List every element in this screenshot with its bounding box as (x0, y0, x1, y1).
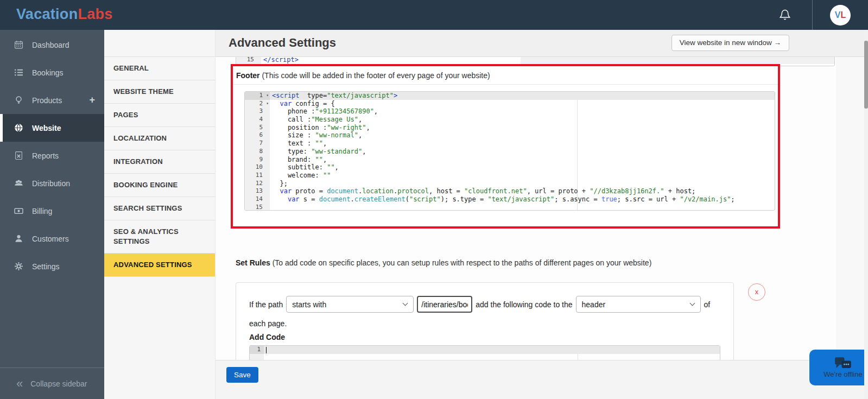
code-line-11: 11 welcome: "" (245, 172, 775, 180)
submenu-item-integration[interactable]: INTEGRATION (104, 150, 215, 174)
sidebar-item-dashboard[interactable]: Dashboard (0, 31, 104, 59)
rule-sentence: If the path starts with add the followin… (249, 296, 720, 313)
sidebar-item-website[interactable]: Website (0, 114, 104, 142)
submenu-item-website-theme[interactable]: WEBSITE THEME (104, 80, 215, 104)
sidebar-item-label: Products (32, 96, 62, 105)
text-cursor (266, 347, 267, 353)
submenu-item-seo-analytics-settings[interactable]: SEO & ANALYTICS SETTINGS (104, 220, 215, 254)
sidebar-item-label: Website (32, 124, 61, 132)
sidebar-item-customers[interactable]: Customers (0, 225, 104, 252)
save-button[interactable]: Save (226, 367, 258, 383)
sidebar-item-products[interactable]: Products+ (0, 86, 104, 114)
rule-text-add-code-to: add the following code to the (476, 300, 572, 309)
code-lines: 15</script> (236, 57, 834, 64)
fold-arrow-icon[interactable]: ▾ (266, 92, 269, 100)
code-text: welcome: "" (270, 172, 331, 180)
footer-code-section: Footer (This code will be added in the f… (231, 64, 780, 229)
code-line (250, 354, 720, 360)
code-text: text : "", (270, 140, 327, 148)
collapse-sidebar-label: Collapse sidebar (30, 379, 87, 388)
chevron-down-icon (403, 302, 408, 306)
sidebar-item-reports[interactable]: Reports (0, 142, 104, 169)
code-line-4: 4 call :"Message Us", (245, 116, 775, 124)
gutter-line-number: 14 (245, 195, 270, 204)
code-text: <script type="text/javascript"> (270, 92, 397, 100)
sidebar-item-distribution[interactable]: Distribution (0, 169, 104, 197)
submenu-item-advanced-settings[interactable]: ADVANCED SETTINGS (104, 254, 215, 277)
footer-section-heading: Footer (This code will be added in the f… (233, 66, 778, 85)
code-text: phone :"+911234567890", (270, 107, 378, 116)
application-window: VacationLabs VL DashboardBookingsProduct… (0, 0, 868, 399)
list-icon (14, 68, 23, 77)
gutter-line-number: 11 (245, 172, 270, 180)
active-item-indicator (0, 114, 3, 142)
vacationlabs-logo[interactable]: VacationLabs (16, 6, 113, 23)
money-icon (14, 206, 23, 216)
rule-text-each-page: each page. (249, 319, 720, 328)
gutter-line-number (250, 354, 264, 360)
gutter-line-number: 15 (245, 204, 270, 211)
sidebar-nav: DashboardBookingsProducts+WebsiteReports… (0, 30, 104, 280)
submenu-item-localization[interactable]: LOCALIZATION (104, 127, 215, 150)
page-scrollbar-thumb[interactable] (864, 41, 868, 109)
sidebar-item-settings[interactable]: Settings (0, 252, 104, 280)
submenu-item-booking-engine[interactable]: BOOKING ENGINE (104, 174, 215, 197)
sidebar-item-label: Distribution (32, 179, 70, 188)
gutter-line-number: 6 (245, 131, 270, 140)
footer-section-title: Footer (236, 71, 260, 80)
code-text: call :"Message Us", (270, 116, 362, 124)
sidebar-item-billing[interactable]: Billing (0, 197, 104, 225)
chat-bubbles-icon (834, 357, 852, 370)
path-value-input[interactable] (417, 296, 472, 313)
gutter-line-number: 13 (245, 187, 270, 195)
code-line-1: 1 (250, 346, 720, 354)
remove-rule-button[interactable]: x (748, 283, 765, 301)
code-line-6: 6 size : "ww-normal", (245, 131, 775, 140)
code-line-14: 14 var s = document.createElement("scrip… (245, 195, 775, 204)
fold-arrow-icon[interactable]: ▾ (266, 100, 269, 108)
sidebar-item-bookings[interactable]: Bookings (0, 59, 104, 86)
chat-status-text: We're offline (823, 370, 862, 378)
submenu-item-general[interactable]: GENERAL (104, 57, 215, 80)
gutter-line-number: 12 (245, 180, 270, 188)
code-text: </script> (261, 57, 299, 64)
code-line-7: 7 text : "", (245, 140, 775, 148)
page-header: Advanced Settings View website in new wi… (216, 30, 868, 57)
view-website-button[interactable]: View website in new window → (671, 35, 789, 51)
sidebar-item-label: Settings (32, 262, 60, 271)
top-navbar: VacationLabs VL (0, 0, 868, 30)
bell-icon[interactable] (778, 8, 791, 22)
rule-text-of: of (704, 300, 711, 309)
page-scrollbar-track (864, 30, 868, 399)
user-avatar[interactable]: VL (830, 5, 851, 26)
plus-icon[interactable]: + (89, 94, 95, 106)
code-line-1: 1▾<script type="text/javascript"> (245, 92, 775, 100)
gutter-line-number: 2▾ (245, 100, 270, 108)
path-condition-select[interactable]: starts with (286, 296, 414, 313)
gutter-line-number: 1 (250, 346, 264, 354)
globe-icon (14, 123, 23, 132)
code-line-15: 15</script> (236, 57, 834, 64)
add-code-label: Add Code (249, 333, 720, 341)
rule-code-editor[interactable]: 1 (249, 345, 720, 360)
code-lines: 1▾<script type="text/javascript">2▾ var … (245, 92, 775, 211)
code-text (264, 354, 266, 360)
footer-code-editor[interactable]: 1▾<script type="text/javascript">2▾ var … (244, 91, 775, 211)
code-line-9: 9 brand: "", (245, 156, 775, 164)
gutter-line-number: 5 (245, 124, 270, 132)
avatar-letter-l: L (840, 10, 846, 20)
collapse-sidebar-button[interactable]: « Collapse sidebar (0, 368, 104, 399)
code-text: }; (270, 180, 288, 188)
code-text: position :"ww-right", (270, 124, 370, 132)
submenu-item-pages[interactable]: PAGES (104, 104, 215, 127)
code-target-select[interactable]: header (576, 296, 701, 313)
chat-widget[interactable]: We're offline (809, 350, 868, 385)
topbar-actions: VL (778, 0, 868, 30)
gutter-line-number: 3 (245, 107, 270, 116)
submenu-item-search-settings[interactable]: SEARCH SETTINGS (104, 197, 215, 220)
code-text: var s = document.createElement("script")… (270, 195, 735, 204)
gutter-line-number: 1▾ (245, 92, 270, 100)
code-text: var config = { (270, 100, 335, 108)
rule-text-if-the-path: If the path (249, 300, 283, 309)
code-text: var proto = document.location.protocol, … (270, 187, 695, 195)
